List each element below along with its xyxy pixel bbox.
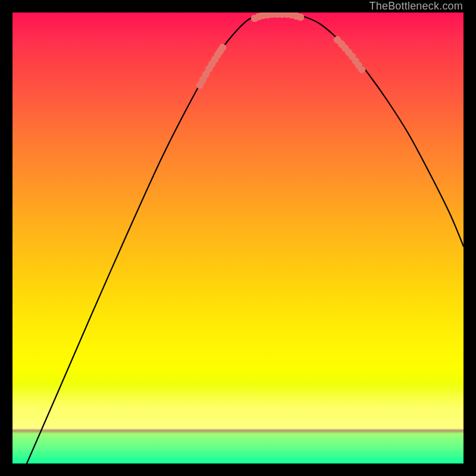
bottleneck-curve	[27, 14, 464, 464]
plot-area	[12, 12, 464, 464]
marker-cluster-left	[195, 43, 227, 90]
marker-cluster-right	[333, 35, 367, 75]
marker-cluster-bottom	[251, 12, 304, 22]
watermark-text: TheBottleneck.com	[369, 0, 463, 12]
chart-frame: TheBottleneck.com	[0, 0, 476, 476]
chart-svg	[12, 12, 464, 464]
marker-dot	[297, 14, 304, 21]
